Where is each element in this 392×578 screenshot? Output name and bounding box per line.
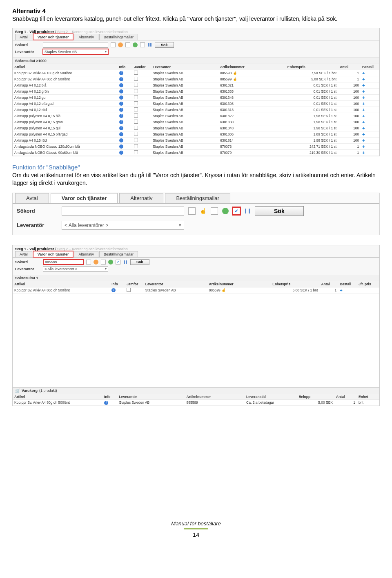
cell-info[interactable]: i [118,100,133,107]
cell-jamfor[interactable] [132,143,151,149]
sokord-input[interactable] [43,259,84,265]
tab-varor-och-tjanster[interactable]: Varor och tjänster [33,251,74,257]
cell-info[interactable]: i [118,125,133,131]
filter-checkbox-2[interactable] [125,42,130,47]
tab-alternativ[interactable]: Alternativ [119,193,163,203]
sok-button[interactable]: Sök [130,259,149,265]
cell-bestall[interactable]: + [361,113,379,119]
compare-checkbox[interactable] [134,144,138,148]
cell-bestall[interactable]: + [361,94,379,100]
cell-jamfor[interactable] [132,94,151,100]
tab-alternativ[interactable]: Alternativ [74,34,98,40]
cell-info[interactable]: i [118,88,133,94]
cell-info[interactable]: i [118,119,133,125]
snabblage-checkbox[interactable]: ✔ [116,260,120,265]
cell-info[interactable]: i [118,137,133,143]
tab-avtal[interactable]: Avtal [15,34,32,40]
tab-alternativ[interactable]: Alternativ [74,251,98,257]
cell-jamfor[interactable] [132,113,151,119]
leverantor-select[interactable]: < Alla leverantörer > ▾ [43,266,108,272]
tab-varor-och-tjanster[interactable]: Varor och tjänster [33,34,74,40]
cell-leverantor: Staples Sweden AB [151,70,218,76]
cell-bestall[interactable]: + [361,70,379,76]
filter-checkbox-2[interactable] [211,207,218,215]
cell-info[interactable]: i [118,76,133,82]
cell-info[interactable]: i [118,94,133,100]
snabblage-checkbox[interactable]: ✔ [233,207,240,215]
compare-checkbox[interactable] [134,77,138,81]
info-icon: i [119,138,123,142]
cell-info[interactable]: i [118,113,133,119]
cell-bestall[interactable]: + [361,76,379,82]
cell-jamfor[interactable] [125,287,144,293]
add-icon: + [362,132,365,137]
cell-jamfor[interactable] [132,88,151,94]
cell-info[interactable]: i [118,70,133,76]
compare-checkbox[interactable] [134,83,138,87]
leverantor-select[interactable]: Staples Sweden AB ▾ [43,49,108,55]
cell-info[interactable]: i [118,82,133,88]
cell-bestall[interactable]: + [361,149,379,156]
compare-checkbox[interactable] [134,95,138,99]
cell-jamfor[interactable] [132,131,151,137]
cell-jamfor[interactable] [132,82,151,88]
sokord-input[interactable] [43,42,108,48]
sokord-input[interactable] [62,207,184,216]
cell-bestall[interactable]: + [361,107,379,113]
filter-checkbox-1[interactable] [111,42,116,47]
cell-jamfor[interactable] [132,107,151,113]
cell-bestall[interactable]: + [361,131,379,137]
filter-checkbox-2[interactable] [101,260,106,265]
col-bestall: Beställ [361,64,379,70]
filter-checkbox-1[interactable] [188,207,196,215]
cell-bestall[interactable]: + [361,82,379,88]
cell-bestall[interactable]: + [361,88,379,94]
cell-info[interactable]: i [110,287,125,293]
tab-bestallningsmallar[interactable]: Beställningsmallar [99,34,138,40]
tab-avtal[interactable]: Avtal [15,251,32,257]
tab-bestallningsmallar[interactable]: Beställningsmallar [165,193,230,203]
cell-artikel: Aktmapp polyeten A4 0,15 blå [13,113,118,119]
cell-jamfor[interactable] [132,119,151,125]
cell-info[interactable]: i [118,149,133,156]
cell-bestall[interactable]: + [361,119,379,125]
cell-info[interactable]: i [102,400,118,405]
cell-bestall[interactable]: + [361,100,379,107]
compare-checkbox[interactable] [134,120,138,124]
compare-checkbox[interactable] [127,288,131,292]
tab-varor-och-tjanster[interactable]: Varor och tjänster [51,193,118,203]
compare-checkbox[interactable] [134,126,138,130]
compare-checkbox[interactable] [134,150,138,154]
tab-bestallningsmallar[interactable]: Beställningsmallar [99,251,138,257]
tab-avtal[interactable]: Avtal [15,193,49,203]
sok-button[interactable]: Sök [255,206,304,216]
cell-info[interactable]: i [118,131,133,137]
chevron-down-icon: ▾ [105,50,107,53]
cell-jamfor[interactable] [132,70,151,76]
cell-bestall[interactable]: + [338,287,357,293]
filter-checkbox-3[interactable] [140,42,145,47]
compare-checkbox[interactable] [134,71,138,75]
cell-bestall[interactable]: + [361,143,379,149]
cell-jamfor[interactable] [132,100,151,107]
varukorg-header[interactable]: 🛒 Varukorg (1 produkt) [13,387,379,394]
leverantor-select[interactable]: < Alla leverantörer > ▾ [62,221,184,230]
cell-jamfor[interactable] [132,137,151,143]
cell-jamfor[interactable] [132,125,151,131]
compare-checkbox[interactable] [134,132,138,136]
filter-checkbox-1[interactable] [86,260,91,265]
compare-checkbox[interactable] [134,107,138,111]
cell-bestall[interactable]: + [361,137,379,143]
compare-checkbox[interactable] [134,113,138,118]
cell-info[interactable]: i [118,143,133,149]
cell-info[interactable]: i [118,107,133,113]
cell-jamfor[interactable] [132,149,151,156]
compare-checkbox[interactable] [134,89,138,93]
cell-artikelnummer: 885599 [185,400,245,405]
compare-checkbox[interactable] [134,138,138,142]
cell-jamfor[interactable] [132,76,151,82]
sok-button[interactable]: Sök [155,42,174,48]
cell-bestall[interactable]: + [361,125,379,131]
info-icon: i [111,288,116,292]
compare-checkbox[interactable] [134,101,138,105]
